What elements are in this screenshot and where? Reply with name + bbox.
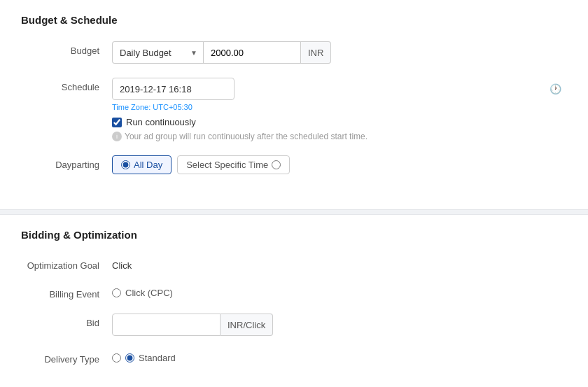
budget-schedule-section: Budget & Schedule Budget Daily Budget Li…: [0, 0, 588, 209]
delivery-type-content: Standard: [112, 350, 567, 363]
budget-schedule-title: Budget & Schedule: [21, 14, 567, 26]
delivery-type-label: Delivery Type: [21, 350, 112, 365]
budget-currency-label: INR: [301, 41, 331, 64]
budget-content: Daily Budget Lifetime Budget ▼ INR: [112, 41, 567, 64]
delivery-standard-label: Standard: [139, 353, 176, 363]
section-divider: [0, 209, 588, 215]
delivery-standard-radio[interactable]: [125, 353, 134, 363]
optimization-goal-value: Click: [112, 256, 567, 271]
bid-row: Bid INR/Click: [21, 314, 567, 336]
timezone-text: Time Zone: UTC+05:30: [112, 103, 567, 111]
run-continuously-checkbox[interactable]: [112, 118, 122, 127]
schedule-input-wrapper: 🕐: [112, 78, 567, 100]
schedule-label: Schedule: [21, 78, 112, 92]
optimization-goal-row: Optimization Goal Click: [21, 256, 567, 271]
budget-type-select[interactable]: Daily Budget Lifetime Budget: [112, 41, 203, 64]
clock-icon: 🕐: [550, 83, 561, 94]
bid-label: Bid: [21, 314, 112, 328]
dayparting-specifictime-label: Select Specific Time: [186, 160, 268, 170]
billing-event-label: Billing Event: [21, 285, 112, 300]
bid-unit-label: INR/Click: [220, 314, 273, 336]
budget-type-wrapper: Daily Budget Lifetime Budget ▼: [112, 41, 203, 64]
schedule-datetime-input[interactable]: [112, 78, 234, 100]
info-icon: i: [112, 132, 122, 141]
delivery-accelerated-radio[interactable]: [112, 353, 121, 363]
bid-amount-input[interactable]: [112, 314, 220, 336]
billing-event-row: Billing Event Click (CPC): [21, 285, 567, 300]
run-continuously-label[interactable]: Run continuously: [126, 117, 196, 127]
budget-inputs: Daily Budget Lifetime Budget ▼ INR: [112, 41, 567, 64]
billing-event-text: Click (CPC): [125, 288, 173, 298]
dayparting-label: Dayparting: [21, 155, 112, 170]
dayparting-allday-option[interactable]: All Day: [112, 155, 172, 174]
run-continuously-info-text: Your ad group will run continuously afte…: [125, 132, 368, 141]
billing-event-value-row: Click (CPC): [112, 285, 567, 298]
optimization-goal-content: Click: [112, 256, 567, 271]
budget-row: Budget Daily Budget Lifetime Budget ▼ IN…: [21, 41, 567, 64]
bidding-optimization-title: Bidding & Optimization: [21, 229, 567, 241]
billing-event-content: Click (CPC): [112, 285, 567, 298]
optimization-goal-label: Optimization Goal: [21, 256, 112, 271]
delivery-type-options: Standard: [112, 350, 567, 363]
bid-input-row: INR/Click: [112, 314, 567, 336]
run-continuously-info: i Your ad group will run continuously af…: [112, 132, 567, 141]
billing-event-radio[interactable]: [112, 288, 121, 297]
dayparting-allday-label: All Day: [134, 160, 162, 170]
dayparting-row: Dayparting All Day Select Specific Time: [21, 155, 567, 174]
dayparting-content: All Day Select Specific Time: [112, 155, 567, 174]
schedule-row: Schedule 🕐 Time Zone: UTC+05:30 Run cont…: [21, 78, 567, 141]
delivery-type-row: Delivery Type Standard: [21, 350, 567, 365]
bidding-optimization-section: Bidding & Optimization Optimization Goal…: [0, 215, 588, 387]
bid-content: INR/Click: [112, 314, 567, 336]
dayparting-specifictime-option[interactable]: Select Specific Time: [177, 155, 290, 174]
dayparting-specifictime-radio[interactable]: [272, 160, 281, 169]
run-continuously-row: Run continuously: [112, 117, 567, 127]
dayparting-options: All Day Select Specific Time: [112, 155, 567, 174]
budget-amount-input[interactable]: [203, 41, 301, 64]
schedule-content: 🕐 Time Zone: UTC+05:30 Run continuously …: [112, 78, 567, 141]
budget-label: Budget: [21, 41, 112, 56]
dayparting-allday-radio[interactable]: [121, 160, 130, 169]
